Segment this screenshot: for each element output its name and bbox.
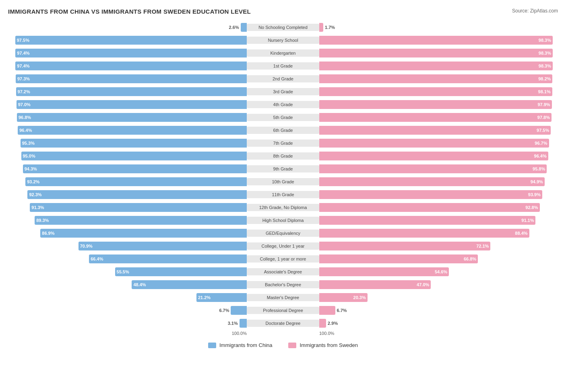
bar-label: College, Under 1 year [247, 242, 319, 250]
bar-value-left: 95.0% [21, 154, 37, 158]
right-bar-wrap: 92.8% [319, 201, 557, 213]
bar-row-pair: 97.5%Nursery School98.3% [9, 34, 557, 46]
bar-blue: 91.3% [30, 203, 247, 212]
bar-value-right: 20.3% [352, 295, 368, 300]
right-bar-wrap: 66.8% [319, 253, 557, 265]
bar-label: 3rd Grade [247, 88, 319, 95]
bar-value-right: 98.3% [537, 38, 553, 43]
bar-pink: 97.9% [319, 100, 552, 109]
bar-row-pair: 97.4%1st Grade98.3% [9, 60, 557, 72]
bar-value-right: 95.8% [531, 166, 547, 171]
right-bar-wrap: 98.3% [319, 34, 557, 46]
bar-pink: 91.1% [319, 216, 535, 225]
bar-blue: 97.3% [16, 74, 247, 83]
bar-row-pair: 48.4%Bachelor's Degree47.0% [9, 279, 557, 291]
bar-label: Associate's Degree [247, 268, 319, 275]
bar-pink: 72.1% [319, 242, 490, 250]
left-bar-wrap: 97.5% [9, 34, 247, 46]
bar-label: 8th Grade [247, 152, 319, 160]
bar-pink: 92.8% [319, 203, 540, 212]
bar-blue: 93.2% [25, 177, 247, 186]
axis-label-left: 100.0% [8, 331, 247, 336]
legend-swatch-sweden [288, 343, 296, 348]
right-bar-wrap: 20.3% [319, 291, 557, 304]
bar-label: 5th Grade [247, 114, 319, 121]
right-bar-wrap: 72.1% [319, 240, 557, 252]
bar-label: 9th Grade [247, 165, 319, 172]
bar-label: No Schooling Completed [247, 24, 319, 31]
bar-blue: 97.4% [15, 62, 247, 70]
bar-blue: 3.1% [240, 319, 247, 328]
bar-row-pair: 93.2%10th Grade94.9% [9, 176, 557, 188]
left-bar-wrap: 97.4% [9, 60, 247, 72]
bar-value-left: 97.2% [16, 89, 32, 94]
bar-value-left: 89.3% [35, 218, 50, 223]
left-bar-wrap: 55.5% [9, 266, 247, 278]
bar-blue: 97.5% [15, 36, 247, 45]
bar-value-left: 94.3% [23, 166, 39, 171]
bar-value-right: 98.2% [537, 76, 552, 81]
left-bar-wrap: 86.9% [9, 227, 247, 239]
bar-pink: 96.4% [319, 152, 548, 160]
bar-value-right: 66.8% [462, 257, 478, 261]
left-bar-wrap: 48.4% [9, 279, 247, 291]
left-bar-wrap: 96.8% [9, 111, 247, 123]
right-bar-wrap: 6.7% [319, 304, 557, 316]
right-bar-wrap: 98.3% [319, 47, 557, 59]
chart-inner: 2.6%No Schooling Completed1.7%97.5%Nurse… [9, 21, 557, 329]
bar-row-pair: 95.3%7th Grade96.7% [9, 137, 557, 149]
bar-value-right: 97.5% [535, 128, 551, 133]
bar-pink: 94.9% [319, 177, 545, 186]
axis-label-right: 100.0% [319, 331, 558, 336]
bar-label: 7th Grade [247, 140, 319, 147]
right-bar-wrap: 96.4% [319, 150, 557, 162]
bar-value-right: 92.8% [524, 205, 539, 210]
chart-title: IMMIGRANTS FROM CHINA VS IMMIGRANTS FROM… [8, 8, 558, 15]
bar-label: Professional Degree [247, 307, 319, 314]
bar-value-right: 47.0% [415, 282, 431, 287]
bar-value-left: 97.4% [15, 64, 31, 68]
bar-row-pair: 97.3%2nd Grade98.2% [9, 73, 557, 85]
left-bar-wrap: 96.4% [9, 124, 247, 136]
left-bar-wrap: 89.3% [9, 214, 247, 226]
source-text: Source: ZipAtlas.com [512, 8, 558, 14]
bar-pink: 98.2% [319, 74, 552, 83]
bar-pink: 98.3% [319, 36, 553, 45]
bar-value-right: 6.7% [335, 308, 349, 313]
bar-pink: 88.4% [319, 229, 529, 238]
bar-label: 1st Grade [247, 62, 319, 70]
bar-value-left: 96.8% [17, 115, 33, 120]
bar-blue: 55.5% [115, 267, 247, 276]
bar-pink: 98.3% [319, 49, 553, 57]
bar-row-pair: 92.3%11th Grade93.9% [9, 189, 557, 201]
bar-blue: 96.4% [18, 126, 247, 135]
bar-row-pair: 96.4%6th Grade97.5% [9, 124, 557, 136]
bar-label: 4th Grade [247, 101, 319, 108]
bar-value-left: 66.4% [89, 257, 105, 261]
bar-value-left: 2.6% [227, 25, 241, 30]
bar-value-left: 70.9% [78, 244, 94, 248]
bar-row-pair: 97.4%Kindergarten98.3% [9, 47, 557, 59]
bar-pink: 1.7% [319, 23, 323, 32]
bar-pink: 2.9% [319, 319, 326, 328]
bar-blue: 97.4% [15, 49, 247, 57]
bar-value-left: 93.2% [25, 179, 41, 184]
left-bar-wrap: 93.2% [9, 176, 247, 188]
bar-value-left: 3.1% [226, 321, 240, 326]
bar-value-right: 2.9% [326, 321, 339, 326]
bar-value-right: 91.1% [520, 218, 535, 223]
bar-row-pair: 86.9%GED/Equivalency88.4% [9, 227, 557, 239]
bar-value-left: 97.5% [15, 38, 31, 43]
bar-value-left: 21.2% [196, 295, 212, 300]
bar-value-left: 97.3% [16, 76, 31, 81]
legend-label-sweden: Immigrants from Sweden [300, 342, 358, 348]
left-bar-wrap: 97.3% [9, 73, 247, 85]
bar-row-pair: 21.2%Master's Degree20.3% [9, 291, 557, 304]
bar-row-pair: 89.3%High School Diploma91.1% [9, 214, 557, 226]
bar-row-pair: 3.1%Doctorate Degree2.9% [9, 317, 557, 329]
right-bar-wrap: 97.5% [319, 124, 557, 136]
bar-row-pair: 97.2%3rd Grade98.1% [9, 86, 557, 98]
left-bar-wrap: 97.4% [9, 47, 247, 59]
legend-item-china: Immigrants from China [208, 342, 272, 348]
bar-value-left: 86.9% [40, 231, 56, 236]
